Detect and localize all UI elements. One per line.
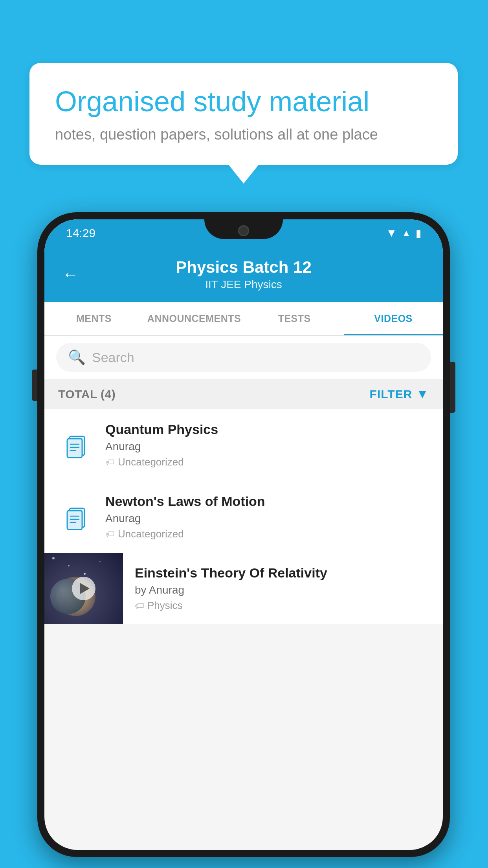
play-triangle-icon [80, 583, 90, 594]
header-subtitle: IIT JEE Physics [90, 278, 397, 291]
search-input-wrap[interactable]: 🔍 Search [56, 343, 431, 372]
tag-label: Physics [147, 600, 183, 612]
video-file-icon [58, 431, 94, 459]
tab-tests[interactable]: TESTS [245, 302, 344, 335]
bubble-title: Organised study material [55, 85, 432, 118]
tab-ments[interactable]: MENTS [44, 302, 143, 335]
play-button[interactable] [72, 577, 95, 600]
video-tag: 🏷 Physics [135, 600, 429, 612]
phone-outer-frame: 14:29 ▼ ▲ ▮ ← Physics Batch 12 IIT JEE P… [37, 212, 450, 857]
notch [204, 219, 283, 239]
signal-icon: ▲ [402, 228, 411, 239]
video-info: Newton's Laws of Motion Anurag 🏷 Uncateg… [105, 494, 429, 540]
video-author: Anurag [105, 440, 429, 453]
header-title: Physics Batch 12 [90, 258, 397, 277]
filter-row: TOTAL (4) FILTER ▼ [44, 379, 443, 409]
app-header: ← Physics Batch 12 IIT JEE Physics [44, 247, 443, 302]
list-item[interactable]: Quantum Physics Anurag 🏷 Uncategorized [44, 409, 443, 481]
tag-icon: 🏷 [105, 457, 115, 468]
battery-icon: ▮ [416, 227, 421, 239]
tabs-bar: MENTS ANNOUNCEMENTS TESTS VIDEOS [44, 302, 443, 336]
list-item[interactable]: Einstein's Theory Of Relativity by Anura… [44, 553, 443, 624]
tab-videos[interactable]: VIDEOS [344, 302, 443, 335]
list-item[interactable]: Newton's Laws of Motion Anurag 🏷 Uncateg… [44, 481, 443, 553]
video-file-icon [58, 503, 94, 531]
video-tag: 🏷 Uncategorized [105, 528, 429, 540]
tag-icon: 🏷 [135, 600, 144, 611]
video-info: Einstein's Theory Of Relativity by Anura… [135, 554, 429, 623]
wifi-icon: ▼ [386, 227, 397, 239]
search-container: 🔍 Search [44, 336, 443, 379]
phone-mockup: 14:29 ▼ ▲ ▮ ← Physics Batch 12 IIT JEE P… [37, 212, 450, 857]
tag-label: Uncategorized [118, 456, 184, 468]
status-time: 14:29 [66, 226, 95, 240]
svg-rect-1 [67, 439, 82, 458]
video-title: Quantum Physics [105, 422, 429, 437]
header-title-group: Physics Batch 12 IIT JEE Physics [90, 258, 397, 291]
status-icons: ▼ ▲ ▮ [386, 227, 421, 239]
video-title: Newton's Laws of Motion [105, 494, 429, 509]
phone-screen: 14:29 ▼ ▲ ▮ ← Physics Batch 12 IIT JEE P… [44, 219, 443, 850]
search-input[interactable]: Search [92, 350, 134, 365]
svg-rect-6 [67, 511, 82, 530]
filter-icon: ▼ [416, 387, 429, 401]
video-author: Anurag [105, 512, 429, 525]
total-count: TOTAL (4) [58, 388, 116, 401]
video-tag: 🏷 Uncategorized [105, 456, 429, 468]
search-icon: 🔍 [68, 349, 86, 366]
camera-icon [238, 225, 249, 236]
video-title: Einstein's Theory Of Relativity [135, 565, 429, 581]
video-thumbnail [44, 553, 123, 624]
back-button[interactable]: ← [62, 265, 79, 284]
video-list: Quantum Physics Anurag 🏷 Uncategorized [44, 409, 443, 624]
video-author: by Anurag [135, 584, 429, 596]
status-bar: 14:29 ▼ ▲ ▮ [44, 219, 443, 247]
filter-button[interactable]: FILTER ▼ [370, 387, 429, 401]
bubble-subtitle: notes, question papers, solutions all at… [55, 126, 432, 143]
tag-icon: 🏷 [105, 529, 115, 540]
video-info: Quantum Physics Anurag 🏷 Uncategorized [105, 422, 429, 468]
filter-label: FILTER [370, 388, 413, 401]
speech-bubble-card: Organised study material notes, question… [29, 63, 458, 165]
tag-label: Uncategorized [118, 528, 184, 540]
tab-announcements[interactable]: ANNOUNCEMENTS [143, 302, 245, 335]
